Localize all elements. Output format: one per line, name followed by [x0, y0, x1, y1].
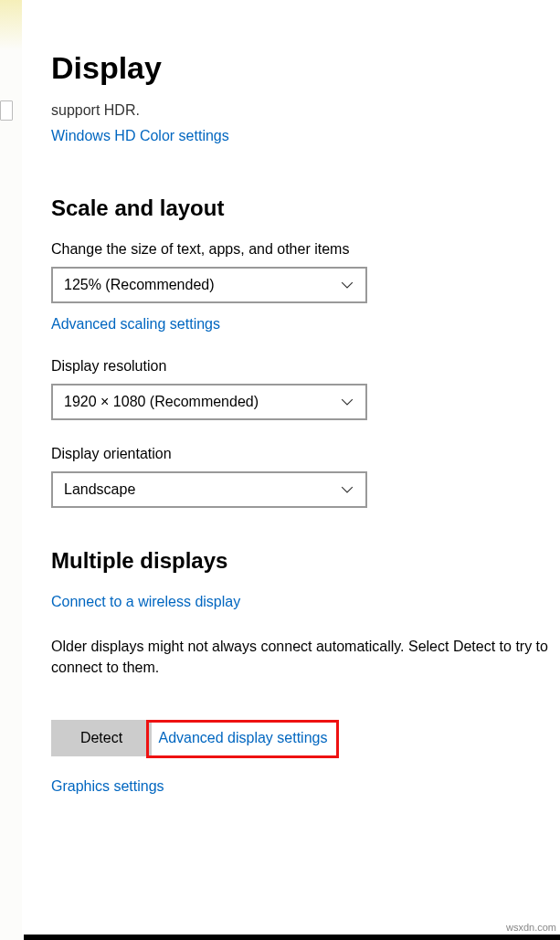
- page-title: Display: [51, 50, 560, 86]
- chevron-down-icon: [340, 395, 354, 409]
- orientation-dropdown[interactable]: Landscape: [51, 471, 367, 508]
- resolution-label: Display resolution: [51, 358, 560, 375]
- advanced-display-settings-link[interactable]: Advanced display settings: [158, 730, 327, 746]
- watermark-text: wsxdn.com: [506, 922, 556, 933]
- advanced-display-highlight: Advanced display settings: [146, 720, 339, 758]
- multiple-displays-heading: Multiple displays: [51, 548, 560, 574]
- resolution-dropdown[interactable]: 1920 × 1080 (Recommended): [51, 384, 367, 420]
- settings-content: Display support HDR. Windows HD Color se…: [51, 50, 560, 795]
- bottom-bar: [24, 935, 560, 940]
- sidebar-gradient: [0, 0, 22, 50]
- orientation-label: Display orientation: [51, 446, 560, 462]
- advanced-scaling-link[interactable]: Advanced scaling settings: [51, 316, 220, 333]
- text-size-label: Change the size of text, apps, and other…: [51, 241, 560, 258]
- hd-color-settings-link[interactable]: Windows HD Color settings: [51, 128, 229, 144]
- text-size-value: 125% (Recommended): [64, 277, 215, 293]
- connect-wireless-display-link[interactable]: Connect to a wireless display: [51, 594, 240, 610]
- scale-layout-heading: Scale and layout: [51, 195, 560, 221]
- detect-button[interactable]: Detect: [51, 720, 152, 756]
- chevron-down-icon: [340, 482, 354, 497]
- text-size-dropdown[interactable]: 125% (Recommended): [51, 267, 367, 303]
- graphics-settings-link[interactable]: Graphics settings: [51, 778, 164, 795]
- chevron-down-icon: [340, 278, 354, 292]
- detect-description: Older displays might not always connect …: [51, 636, 559, 678]
- sidebar-card-fragment: [0, 100, 13, 121]
- orientation-value: Landscape: [64, 481, 135, 498]
- left-sidebar-strip: [0, 0, 22, 940]
- hdr-description: support HDR.: [51, 102, 560, 119]
- resolution-value: 1920 × 1080 (Recommended): [64, 394, 259, 410]
